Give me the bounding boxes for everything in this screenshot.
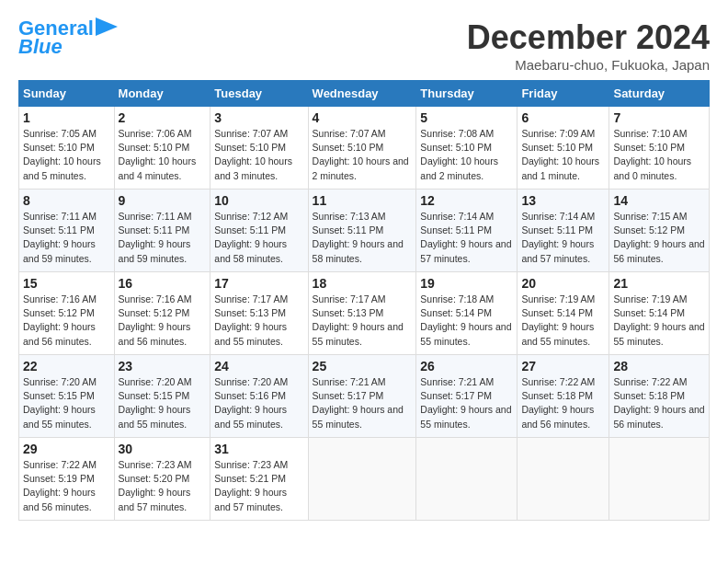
calendar-day-cell: 28 Sunrise: 7:22 AMSunset: 5:18 PMDaylig…	[609, 355, 710, 438]
day-number: 27	[521, 359, 605, 373]
day-info: Sunrise: 7:07 AMSunset: 5:10 PMDaylight:…	[313, 128, 409, 181]
day-info: Sunrise: 7:11 AMSunset: 5:11 PMDaylight:…	[119, 211, 192, 264]
calendar-day-cell: 30 Sunrise: 7:23 AMSunset: 5:20 PMDaylig…	[114, 438, 210, 521]
day-info: Sunrise: 7:17 AMSunset: 5:13 PMDaylight:…	[313, 293, 404, 347]
calendar-day-cell: 21 Sunrise: 7:19 AMSunset: 5:14 PMDaylig…	[609, 272, 710, 355]
calendar-day-cell: 24 Sunrise: 7:20 AMSunset: 5:16 PMDaylig…	[210, 355, 308, 438]
day-number: 31	[214, 442, 303, 456]
day-number: 10	[214, 193, 303, 208]
calendar-day-cell: 6 Sunrise: 7:09 AMSunset: 5:10 PMDayligh…	[518, 107, 609, 190]
day-number: 28	[613, 359, 705, 373]
day-number: 20	[521, 276, 605, 291]
calendar-day-cell: 2 Sunrise: 7:06 AMSunset: 5:10 PMDayligh…	[114, 107, 210, 190]
day-number: 22	[23, 359, 110, 373]
svg-marker-0	[96, 17, 118, 36]
calendar-day-cell	[308, 438, 416, 521]
calendar-day-cell: 26 Sunrise: 7:21 AMSunset: 5:17 PMDaylig…	[416, 355, 518, 438]
day-number: 17	[214, 276, 303, 291]
day-info: Sunrise: 7:23 AMSunset: 5:20 PMDaylight:…	[119, 459, 192, 512]
day-number: 8	[23, 193, 110, 208]
title-block: December 2024 Maebaru-chuo, Fukuoka, Jap…	[467, 18, 710, 73]
calendar-day-cell: 3 Sunrise: 7:07 AMSunset: 5:10 PMDayligh…	[210, 107, 308, 190]
day-number: 30	[119, 442, 207, 456]
day-info: Sunrise: 7:22 AMSunset: 5:18 PMDaylight:…	[521, 376, 595, 430]
day-number: 6	[521, 110, 605, 125]
day-info: Sunrise: 7:20 AMSunset: 5:15 PMDaylight:…	[119, 376, 192, 430]
day-info: Sunrise: 7:23 AMSunset: 5:21 PMDaylight:…	[214, 459, 288, 512]
logo: General Blue	[18, 18, 118, 57]
calendar-day-cell: 14 Sunrise: 7:15 AMSunset: 5:12 PMDaylig…	[609, 190, 710, 272]
day-info: Sunrise: 7:07 AMSunset: 5:10 PMDaylight:…	[214, 128, 292, 181]
weekday-header: Wednesday	[308, 81, 416, 107]
logo-blue: Blue	[18, 37, 63, 57]
day-number: 3	[214, 110, 303, 125]
day-number: 21	[613, 276, 705, 291]
calendar-day-cell: 22 Sunrise: 7:20 AMSunset: 5:15 PMDaylig…	[19, 355, 115, 438]
day-info: Sunrise: 7:17 AMSunset: 5:13 PMDaylight:…	[214, 293, 288, 347]
day-info: Sunrise: 7:19 AMSunset: 5:14 PMDaylight:…	[613, 293, 704, 347]
day-number: 24	[214, 359, 303, 373]
day-info: Sunrise: 7:16 AMSunset: 5:12 PMDaylight:…	[23, 293, 97, 347]
day-number: 13	[521, 193, 605, 208]
weekday-header-row: SundayMondayTuesdayWednesdayThursdayFrid…	[19, 81, 710, 107]
calendar-day-cell: 1 Sunrise: 7:05 AMSunset: 5:10 PMDayligh…	[19, 107, 115, 190]
logo-arrow-icon	[96, 17, 118, 36]
day-number: 16	[119, 276, 207, 291]
calendar-day-cell	[609, 438, 710, 521]
day-number: 1	[23, 110, 110, 125]
day-info: Sunrise: 7:14 AMSunset: 5:11 PMDaylight:…	[420, 211, 511, 264]
day-info: Sunrise: 7:05 AMSunset: 5:10 PMDaylight:…	[23, 128, 101, 181]
day-info: Sunrise: 7:10 AMSunset: 5:10 PMDaylight:…	[613, 128, 691, 181]
calendar-day-cell: 27 Sunrise: 7:22 AMSunset: 5:18 PMDaylig…	[518, 355, 609, 438]
day-info: Sunrise: 7:16 AMSunset: 5:12 PMDaylight:…	[119, 293, 192, 347]
day-info: Sunrise: 7:19 AMSunset: 5:14 PMDaylight:…	[521, 293, 595, 347]
calendar-week-row: 22 Sunrise: 7:20 AMSunset: 5:15 PMDaylig…	[19, 355, 710, 438]
day-info: Sunrise: 7:08 AMSunset: 5:10 PMDaylight:…	[420, 128, 498, 181]
day-number: 19	[420, 276, 513, 291]
calendar-week-row: 29 Sunrise: 7:22 AMSunset: 5:19 PMDaylig…	[19, 438, 710, 521]
day-info: Sunrise: 7:21 AMSunset: 5:17 PMDaylight:…	[420, 376, 511, 430]
weekday-header: Friday	[518, 81, 609, 107]
day-info: Sunrise: 7:22 AMSunset: 5:18 PMDaylight:…	[613, 376, 704, 430]
page-header: General Blue December 2024 Maebaru-chuo,…	[18, 18, 710, 73]
calendar-week-row: 1 Sunrise: 7:05 AMSunset: 5:10 PMDayligh…	[19, 107, 710, 190]
calendar-table: SundayMondayTuesdayWednesdayThursdayFrid…	[18, 80, 710, 521]
calendar-day-cell: 8 Sunrise: 7:11 AMSunset: 5:11 PMDayligh…	[19, 190, 115, 272]
day-info: Sunrise: 7:12 AMSunset: 5:11 PMDaylight:…	[214, 211, 288, 264]
calendar-day-cell: 9 Sunrise: 7:11 AMSunset: 5:11 PMDayligh…	[114, 190, 210, 272]
calendar-day-cell: 31 Sunrise: 7:23 AMSunset: 5:21 PMDaylig…	[210, 438, 308, 521]
day-number: 15	[23, 276, 110, 291]
day-number: 25	[313, 359, 413, 373]
calendar-day-cell: 20 Sunrise: 7:19 AMSunset: 5:14 PMDaylig…	[518, 272, 609, 355]
day-number: 4	[313, 110, 413, 125]
weekday-header: Tuesday	[210, 81, 308, 107]
calendar-day-cell: 16 Sunrise: 7:16 AMSunset: 5:12 PMDaylig…	[114, 272, 210, 355]
calendar-day-cell: 23 Sunrise: 7:20 AMSunset: 5:15 PMDaylig…	[114, 355, 210, 438]
calendar-day-cell: 15 Sunrise: 7:16 AMSunset: 5:12 PMDaylig…	[19, 272, 115, 355]
day-info: Sunrise: 7:13 AMSunset: 5:11 PMDaylight:…	[313, 211, 404, 264]
calendar-day-cell: 12 Sunrise: 7:14 AMSunset: 5:11 PMDaylig…	[416, 190, 518, 272]
day-info: Sunrise: 7:22 AMSunset: 5:19 PMDaylight:…	[23, 459, 97, 512]
day-number: 5	[420, 110, 513, 125]
calendar-week-row: 15 Sunrise: 7:16 AMSunset: 5:12 PMDaylig…	[19, 272, 710, 355]
location: Maebaru-chuo, Fukuoka, Japan	[467, 57, 710, 73]
day-info: Sunrise: 7:21 AMSunset: 5:17 PMDaylight:…	[313, 376, 404, 430]
day-info: Sunrise: 7:14 AMSunset: 5:11 PMDaylight:…	[521, 211, 595, 264]
calendar-day-cell: 4 Sunrise: 7:07 AMSunset: 5:10 PMDayligh…	[308, 107, 416, 190]
calendar-week-row: 8 Sunrise: 7:11 AMSunset: 5:11 PMDayligh…	[19, 190, 710, 272]
day-info: Sunrise: 7:18 AMSunset: 5:14 PMDaylight:…	[420, 293, 511, 347]
calendar-day-cell: 7 Sunrise: 7:10 AMSunset: 5:10 PMDayligh…	[609, 107, 710, 190]
weekday-header: Saturday	[609, 81, 710, 107]
calendar-day-cell: 29 Sunrise: 7:22 AMSunset: 5:19 PMDaylig…	[19, 438, 115, 521]
weekday-header: Thursday	[416, 81, 518, 107]
calendar-day-cell: 11 Sunrise: 7:13 AMSunset: 5:11 PMDaylig…	[308, 190, 416, 272]
calendar-day-cell	[416, 438, 518, 521]
calendar-day-cell: 17 Sunrise: 7:17 AMSunset: 5:13 PMDaylig…	[210, 272, 308, 355]
day-number: 26	[420, 359, 513, 373]
day-number: 23	[119, 359, 207, 373]
day-info: Sunrise: 7:20 AMSunset: 5:16 PMDaylight:…	[214, 376, 288, 430]
day-info: Sunrise: 7:09 AMSunset: 5:10 PMDaylight:…	[521, 128, 599, 181]
weekday-header: Monday	[114, 81, 210, 107]
calendar-day-cell	[518, 438, 609, 521]
day-number: 7	[613, 110, 705, 125]
